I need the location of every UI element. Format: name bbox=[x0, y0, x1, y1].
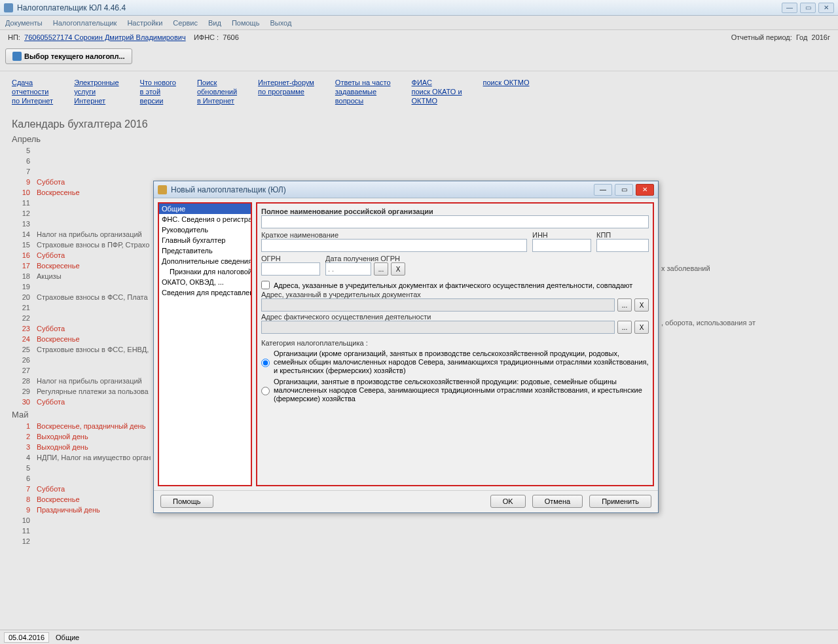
calendar-day-row[interactable]: 6 bbox=[12, 156, 826, 166]
close-button[interactable]: ✕ bbox=[818, 3, 834, 13]
menu-item[interactable]: Налогоплательщик bbox=[53, 19, 117, 27]
nav-link[interactable]: отчетности bbox=[12, 87, 53, 96]
help-button[interactable]: Помощь bbox=[160, 495, 213, 508]
dialog-nav-item[interactable]: Сведения для представлени bbox=[159, 287, 251, 298]
day-number: 6 bbox=[12, 473, 30, 484]
nav-link[interactable]: услуги bbox=[74, 87, 118, 96]
day-number: 14 bbox=[12, 229, 30, 240]
nav-link[interactable]: вопросы bbox=[335, 96, 391, 105]
day-text: Воскресенье bbox=[37, 494, 80, 505]
dialog-nav-item[interactable]: ОКАТО, ОКВЭД, ... bbox=[159, 277, 251, 287]
day-text: Выходной день bbox=[37, 431, 88, 442]
ogrn-date-label: Дата получения ОГРН bbox=[325, 255, 424, 262]
addresses-same-checkbox[interactable] bbox=[261, 281, 270, 289]
nav-link[interactable]: Электронные bbox=[74, 78, 118, 87]
select-taxpayer-button[interactable]: Выбор текущего налогопл... bbox=[5, 48, 132, 64]
nav-link[interactable]: поиск ОКТМО bbox=[483, 78, 530, 87]
dialog-nav-item[interactable]: Руководитель bbox=[159, 224, 251, 235]
calendar-day-row[interactable]: 10 bbox=[12, 515, 826, 526]
link-column: Поискобновленийв Интернет bbox=[197, 78, 237, 105]
menu-item[interactable]: Выход bbox=[270, 19, 291, 27]
menu-item[interactable]: Помощь bbox=[232, 19, 260, 27]
nav-link[interactable]: ФИАС bbox=[412, 78, 462, 87]
ogrn-date-input[interactable] bbox=[325, 262, 371, 276]
dialog-minimize-button[interactable]: — bbox=[594, 184, 612, 196]
day-number: 13 bbox=[12, 219, 30, 229]
legal-address-input[interactable] bbox=[261, 298, 615, 312]
nav-link[interactable]: Интернет bbox=[74, 96, 118, 105]
actual-address-browse-button[interactable]: ... bbox=[617, 321, 632, 334]
ogrn-date-picker-button[interactable]: ... bbox=[374, 262, 388, 276]
dialog-nav-item[interactable]: Дополнительные сведения bbox=[159, 256, 251, 266]
legal-address-browse-button[interactable]: ... bbox=[617, 298, 632, 312]
dialog-nav-item[interactable]: Главный бухгалтер bbox=[159, 235, 251, 245]
calendar-day-row[interactable]: 12 bbox=[12, 536, 826, 546]
minimize-button[interactable]: — bbox=[782, 3, 797, 13]
day-text: Воскресенье bbox=[37, 187, 80, 198]
full-name-input[interactable] bbox=[261, 215, 649, 228]
nav-link[interactable]: поиск ОКАТО и bbox=[412, 87, 462, 96]
nav-link[interactable]: по программе bbox=[258, 87, 314, 96]
dialog-nav-item[interactable]: ФНС. Сведения о регистрац bbox=[159, 214, 251, 224]
nav-link[interactable]: по Интернет bbox=[12, 96, 53, 105]
ogrn-input[interactable] bbox=[261, 262, 320, 276]
cancel-button[interactable]: Отмена bbox=[532, 495, 583, 508]
inn-label: ИНН bbox=[532, 231, 591, 239]
legal-address-label: Адрес, указанный в учредительных докумен… bbox=[261, 291, 649, 298]
day-number: 1 bbox=[12, 421, 30, 431]
dialog-nav-item[interactable]: Представитель bbox=[159, 245, 251, 256]
category-label: Категория налогоплательщика : bbox=[261, 339, 649, 347]
day-text: Суббота bbox=[37, 397, 65, 407]
dialog-nav-item[interactable]: Общие bbox=[159, 204, 251, 214]
nav-link[interactable]: Ответы на часто bbox=[335, 78, 391, 87]
nav-link[interactable]: в Интернет bbox=[197, 96, 237, 105]
day-number: 5 bbox=[12, 463, 30, 473]
ogrn-date-clear-button[interactable]: X bbox=[391, 262, 405, 276]
nav-link[interactable]: версии bbox=[140, 96, 176, 105]
dialog-nav-item[interactable]: Признаки для налоговой bbox=[159, 266, 251, 277]
short-name-input[interactable] bbox=[261, 239, 527, 252]
menu-item[interactable]: Вид bbox=[208, 19, 221, 27]
nav-link[interactable]: в этой bbox=[140, 87, 176, 96]
nav-link[interactable]: обновлений bbox=[197, 87, 237, 96]
ok-button[interactable]: OK bbox=[490, 495, 526, 508]
day-number: 19 bbox=[12, 281, 30, 292]
calendar-day-row[interactable]: 11 bbox=[12, 526, 826, 536]
dialog-title: Новый налогоплательщик (ЮЛ) bbox=[171, 185, 594, 194]
nav-link[interactable]: Интернет-форум bbox=[258, 78, 314, 87]
nav-link[interactable]: Что нового bbox=[140, 78, 176, 87]
menu-item[interactable]: Документы bbox=[5, 19, 43, 27]
legal-address-clear-button[interactable]: X bbox=[634, 298, 649, 312]
day-text: Налог на прибыль организаций bbox=[37, 376, 142, 386]
actual-address-input[interactable] bbox=[261, 321, 615, 334]
inn-input[interactable] bbox=[532, 239, 591, 252]
apply-button[interactable]: Применить bbox=[589, 495, 651, 508]
day-number: 10 bbox=[12, 187, 30, 198]
dialog-close-button[interactable]: ✕ bbox=[636, 184, 654, 196]
ogrn-label: ОГРН bbox=[261, 255, 320, 262]
year-value: 2016г bbox=[812, 33, 830, 41]
calendar-day-row[interactable]: 7 bbox=[12, 166, 826, 177]
link-column: Что новогов этойверсии bbox=[140, 78, 176, 105]
day-number: 24 bbox=[12, 334, 30, 344]
day-text: Страховые взносы в ФСС, ЕНВД, bbox=[37, 344, 149, 355]
category-1-radio[interactable] bbox=[261, 351, 270, 375]
dialog-maximize-button[interactable]: ▭ bbox=[615, 184, 633, 196]
calendar-day-row[interactable]: 5 bbox=[12, 145, 826, 156]
nav-link[interactable]: Поиск bbox=[197, 78, 237, 87]
menu-item[interactable]: Сервис bbox=[173, 19, 198, 27]
nav-link[interactable]: Сдача bbox=[12, 78, 53, 87]
np-link[interactable]: 760605527174 Сорокин Дмитрий Владимирови… bbox=[24, 33, 186, 41]
menu-item[interactable]: Настройки bbox=[127, 19, 162, 27]
day-number: 4 bbox=[12, 452, 30, 463]
app-icon bbox=[4, 3, 13, 12]
nav-link[interactable]: задаваемые bbox=[335, 87, 391, 96]
day-number: 3 bbox=[12, 442, 30, 452]
nav-link[interactable]: ОКТМО bbox=[412, 96, 462, 105]
maximize-button[interactable]: ▭ bbox=[800, 3, 816, 13]
actual-address-clear-button[interactable]: X bbox=[634, 321, 649, 334]
toolbar: Выбор текущего налогопл... bbox=[0, 45, 838, 71]
kpp-input[interactable] bbox=[596, 239, 649, 252]
day-number: 20 bbox=[12, 292, 30, 302]
category-2-radio[interactable] bbox=[261, 379, 270, 403]
